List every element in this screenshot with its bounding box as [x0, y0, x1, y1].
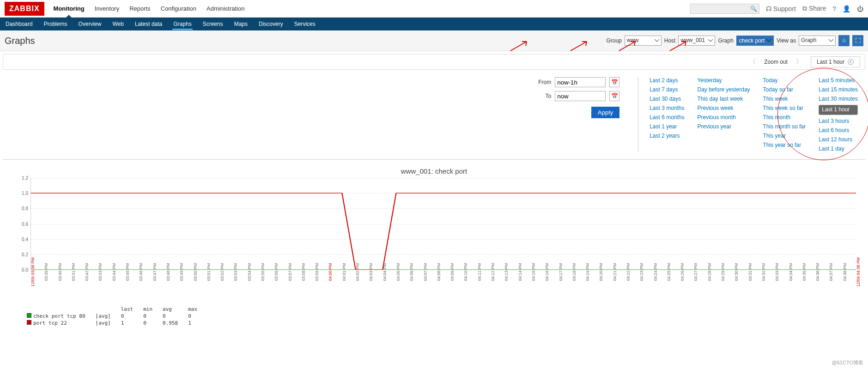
quick-range[interactable]: Previous year: [698, 123, 750, 130]
quick-range[interactable]: Last 12 hours: [819, 136, 858, 143]
x-tick: 03:55 PM: [261, 263, 265, 281]
quick-range[interactable]: Last 15 minutes: [819, 86, 858, 93]
quick-range[interactable]: This week: [763, 96, 806, 102]
submenu-item-overview[interactable]: Overview: [77, 18, 102, 30]
x-tick: 04:23 PM: [639, 263, 644, 281]
apply-button[interactable]: Apply: [591, 107, 619, 118]
quick-range[interactable]: Today: [763, 77, 806, 84]
x-tick: 03:49 PM: [179, 263, 184, 281]
x-tick: 04:05 PM: [396, 263, 401, 281]
main-menu: MonitoringInventoryReportsConfigurationA…: [54, 5, 245, 12]
mainmenu-item-configuration[interactable]: Configuration: [161, 5, 196, 12]
power-icon[interactable]: ⏻: [857, 5, 863, 12]
from-calendar-icon[interactable]: 📅: [609, 77, 619, 87]
quick-range[interactable]: Last 30 minutes: [819, 96, 858, 102]
x-tick: 04:21 PM: [613, 263, 617, 281]
x-tick: 04:36 PM: [815, 263, 820, 281]
x-tick: 04:22 PM: [626, 263, 631, 281]
mainmenu-item-reports[interactable]: Reports: [129, 5, 151, 12]
favorite-button[interactable]: ☆: [838, 35, 850, 46]
quick-range[interactable]: Last 6 months: [649, 114, 684, 121]
submenu-item-services[interactable]: Services: [293, 18, 316, 30]
submenu-item-latest-data[interactable]: Latest data: [134, 18, 163, 30]
zoom-out[interactable]: Zoom out: [764, 59, 788, 65]
from-input[interactable]: [555, 77, 606, 87]
quick-range[interactable]: Last 1 hour: [819, 105, 858, 115]
quick-range[interactable]: Last 6 hours: [819, 127, 858, 133]
quick-range[interactable]: This month so far: [763, 123, 806, 130]
fullscreen-button[interactable]: ⛶: [852, 35, 863, 46]
group-select[interactable]: www: [625, 36, 662, 46]
quick-range[interactable]: Last 3 hours: [819, 118, 858, 124]
submenu-item-discovery[interactable]: Discovery: [258, 18, 284, 30]
quick-range[interactable]: Last 2 days: [649, 77, 684, 84]
x-tick: 04:07 PM: [423, 263, 428, 281]
quick-range[interactable]: Last 30 days: [649, 96, 684, 102]
submenu-item-dashboard[interactable]: Dashboard: [5, 18, 34, 30]
quick-range[interactable]: Today so far: [763, 86, 806, 93]
host-select[interactable]: www_001: [678, 36, 715, 46]
submenu-item-graphs[interactable]: Graphs: [172, 18, 192, 30]
quick-range[interactable]: Previous week: [698, 105, 750, 111]
quick-range[interactable]: Yesterday: [698, 77, 750, 84]
submenu-item-problems[interactable]: Problems: [43, 18, 68, 30]
x-tick: 03:50 PM: [193, 263, 198, 281]
submenu-item-screens[interactable]: Screens: [202, 18, 224, 30]
logo[interactable]: ZABBIX: [5, 2, 44, 16]
prev-range[interactable]: 〈: [749, 58, 756, 66]
x-tick: 03:46 PM: [139, 263, 143, 281]
x-tick: 03:51 PM: [206, 263, 211, 281]
x-tick: 04:26 PM: [680, 263, 685, 281]
time-panel: From 📅 To 📅 Apply Last 2 daysLast 7 days…: [3, 73, 865, 160]
quick-range[interactable]: This month: [763, 114, 806, 121]
x-tick: 04:33 PM: [775, 263, 779, 281]
mainmenu-item-administration[interactable]: Administration: [206, 5, 244, 12]
x-tick: 04:09 PM: [450, 263, 455, 281]
viewas-select[interactable]: Graph: [799, 36, 836, 46]
support-link[interactable]: ☊ Support: [766, 5, 796, 12]
x-tick: 03:48 PM: [166, 263, 170, 281]
share-link[interactable]: ⧉ Share: [802, 5, 826, 12]
x-tick: 03:43 PM: [98, 263, 103, 281]
x-tick: 03:52 PM: [220, 263, 225, 281]
x-tick: 04:01 PM: [342, 263, 346, 281]
quick-range[interactable]: Last 2 years: [649, 133, 684, 139]
x-tick: 03:59 PM: [315, 263, 319, 281]
quick-range[interactable]: This year: [763, 133, 806, 139]
quick-range[interactable]: Last 3 months: [649, 105, 684, 111]
quick-range[interactable]: Day before yesterday: [698, 86, 750, 93]
quick-range[interactable]: This year so far: [763, 142, 806, 148]
x-tick: 04:06 PM: [409, 263, 414, 281]
graph-select[interactable]: check port: [736, 36, 774, 46]
next-range[interactable]: 〉: [796, 58, 802, 66]
quick-range[interactable]: Last 1 year: [649, 123, 684, 130]
quick-range[interactable]: Last 7 days: [649, 86, 684, 93]
mainmenu-item-monitoring[interactable]: Monitoring: [54, 5, 85, 12]
quick-range[interactable]: Last 5 minutes: [819, 77, 858, 84]
top-right: 🔍 ☊ Support ⧉ Share ? 👤 ⏻: [690, 4, 863, 14]
quick-range[interactable]: Last 1 day: [819, 145, 858, 152]
submenu-item-web[interactable]: Web: [111, 18, 124, 30]
help-icon[interactable]: ?: [832, 5, 836, 12]
mainmenu-item-inventory[interactable]: Inventory: [95, 5, 119, 12]
graph-area: www_001: check port 0.00.20.40.60.81.01.…: [3, 163, 865, 336]
x-tick: 04:02 PM: [355, 263, 360, 281]
quick-range[interactable]: Previous month: [698, 114, 750, 121]
x-tick: 04:20 PM: [599, 263, 603, 281]
quick-range[interactable]: This day last week: [698, 96, 750, 102]
host-label: Host: [664, 37, 676, 44]
to-input[interactable]: [555, 91, 606, 101]
x-tick: 04:13 PM: [504, 263, 509, 281]
quick-range[interactable]: This week so far: [763, 105, 806, 111]
user-icon[interactable]: 👤: [843, 5, 850, 12]
x-tick: 04:16 PM: [545, 263, 549, 281]
x-tick: 04:10 PM: [463, 263, 468, 281]
submenu-item-maps[interactable]: Maps: [233, 18, 249, 30]
x-tick: 04:15 PM: [531, 263, 536, 281]
x-tick: 04:11 PM: [477, 263, 482, 281]
to-calendar-icon[interactable]: 📅: [609, 91, 619, 101]
x-tick: 03:42 PM: [85, 263, 89, 281]
search-input[interactable]: 🔍: [690, 4, 759, 14]
x-tick: 04:04 PM: [382, 263, 387, 281]
current-range-tab[interactable]: Last 1 hour 🕘: [811, 56, 860, 67]
